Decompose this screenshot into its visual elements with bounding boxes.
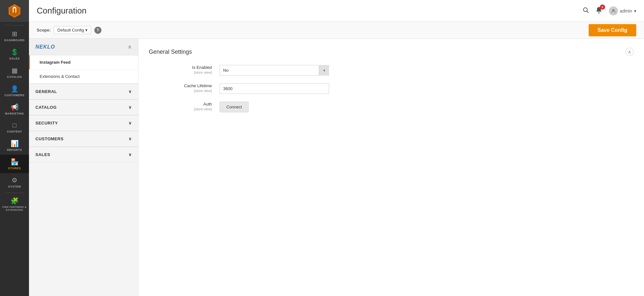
right-panel: General Settings ∧ Is Enabled [store vie…: [138, 39, 644, 296]
user-label: admin: [620, 8, 632, 14]
scope-chevron-icon: ▾: [85, 28, 88, 32]
nav-section-label: SECURITY: [35, 121, 58, 125]
find-partners-icon: 🧩: [11, 197, 19, 205]
collapse-section-button[interactable]: ∧: [625, 48, 634, 56]
nav-section-header-sales[interactable]: SALES ∨: [29, 147, 138, 162]
page-title: Configuration: [37, 6, 87, 16]
sidebar: ⊞ DASHBOARD 💲 SALES ▦ CATALOG 👤 CUSTOMER…: [0, 0, 29, 296]
nav-section-security: SECURITY ∨: [29, 115, 138, 131]
nav-sub-item-label: Extensions & Contact: [40, 74, 80, 79]
scope-value: Default Config: [57, 28, 84, 32]
neklo-logo: NEKLO: [35, 44, 55, 50]
nav-sub-item-label: Instagram Feed: [40, 60, 71, 65]
sidebar-item-label: DASHBOARD: [5, 39, 25, 42]
nav-section-header-customers[interactable]: CUSTOMERS ∨: [29, 131, 138, 147]
search-button[interactable]: [582, 7, 589, 15]
cache-lifetime-sublabel: [store view]: [149, 89, 212, 93]
auth-label: Auth: [149, 102, 212, 106]
is-enabled-select[interactable]: No Yes: [220, 65, 329, 76]
cache-lifetime-label: Cache Lifetime: [149, 83, 212, 88]
sidebar-item-label: SALES: [9, 57, 20, 60]
sidebar-item-system[interactable]: ⚙ SYSTEM: [0, 173, 29, 191]
sidebar-item-dashboard[interactable]: ⊞ DASHBOARD: [0, 27, 29, 45]
save-config-button[interactable]: Save Config: [589, 24, 636, 36]
cache-lifetime-label-group: Cache Lifetime [store view]: [149, 83, 220, 93]
stores-icon: 🏪: [11, 158, 19, 166]
nav-section-sales: SALES ∨: [29, 147, 138, 162]
search-icon: [582, 7, 589, 13]
notifications-badge: 2: [600, 5, 605, 10]
chevron-down-icon: ∨: [128, 121, 132, 125]
marketing-icon: 📢: [11, 103, 19, 111]
is-enabled-sublabel: [store view]: [149, 70, 212, 74]
is-enabled-label: Is Enabled: [149, 65, 212, 70]
sidebar-item-label: MARKETING: [5, 112, 24, 115]
chevron-down-icon: ∨: [128, 89, 132, 94]
sidebar-item-find-partners[interactable]: 🧩 FIND PARTNERS & EXTENSIONS: [0, 194, 29, 214]
auth-row: Auth [store view] Connect: [149, 102, 634, 112]
customers-icon: 👤: [11, 85, 19, 93]
sidebar-item-marketing[interactable]: 📢 MARKETING: [0, 100, 29, 118]
content-icon: □: [13, 122, 16, 129]
sidebar-item-reports[interactable]: 📊 REPORTS: [0, 136, 29, 155]
header-actions: 2 admin ▾: [582, 6, 636, 15]
sidebar-item-label: FIND PARTNERS & EXTENSIONS: [1, 206, 28, 211]
scope-label: Scope:: [37, 28, 51, 32]
nav-sub-item-extensions-contact[interactable]: Extensions & Contact: [29, 69, 138, 84]
sidebar-item-label: STORES: [8, 167, 21, 170]
auth-sublabel: [store view]: [149, 107, 212, 111]
is-enabled-select-wrapper: No Yes ▾: [220, 65, 329, 76]
reports-icon: 📊: [11, 140, 19, 147]
is-enabled-label-group: Is Enabled [store view]: [149, 65, 220, 74]
sidebar-item-label: CATALOG: [7, 75, 22, 79]
connect-button[interactable]: Connect: [220, 102, 249, 112]
nav-section-header-catalog[interactable]: CATALOG ∨: [29, 100, 138, 115]
sidebar-divider-2: [5, 193, 24, 193]
user-chevron-icon: ▾: [634, 8, 636, 14]
svg-point-2: [598, 12, 600, 14]
nav-section-header-general[interactable]: GENERAL ∨: [29, 84, 138, 99]
person-icon: [611, 8, 616, 14]
nav-section-customers: CUSTOMERS ∨: [29, 131, 138, 147]
neklo-header[interactable]: NEKLO ∧: [29, 39, 138, 55]
nav-section-label: CUSTOMERS: [35, 136, 63, 141]
nav-section-label: CATALOG: [35, 105, 57, 110]
sidebar-item-label: SYSTEM: [8, 185, 21, 188]
neklo-collapse-icon: ∧: [128, 44, 132, 50]
notifications-button[interactable]: 2: [595, 6, 602, 15]
dashboard-icon: ⊞: [12, 30, 17, 38]
auth-label-group: Auth [store view]: [149, 102, 220, 111]
sidebar-item-catalog[interactable]: ▦ CATALOG: [0, 63, 29, 82]
chevron-down-icon: ∨: [128, 105, 132, 110]
cache-lifetime-row: Cache Lifetime [store view]: [149, 83, 634, 94]
chevron-down-icon: ∨: [128, 136, 132, 141]
nav-sub-item-instagram-feed[interactable]: Instagram Feed: [29, 55, 138, 69]
top-header: Configuration 2: [29, 0, 644, 22]
sidebar-item-customers[interactable]: 👤 CUSTOMERS: [0, 82, 29, 100]
scope-bar: Scope: Default Config ▾ ? Save Config: [29, 22, 644, 39]
is-enabled-control: No Yes ▾: [220, 65, 634, 76]
sidebar-item-label: REPORTS: [7, 148, 22, 152]
sidebar-item-stores[interactable]: 🏪 STORES: [0, 155, 29, 173]
user-menu-button[interactable]: admin ▾: [609, 6, 636, 15]
help-icon[interactable]: ?: [94, 27, 101, 34]
system-icon: ⚙: [12, 176, 17, 184]
sidebar-logo: [0, 0, 29, 22]
settings-section-title: General Settings: [149, 49, 192, 55]
sidebar-item-sales[interactable]: 💲 SALES: [0, 45, 29, 63]
user-avatar: [609, 6, 618, 15]
chevron-down-icon: ∨: [128, 152, 132, 157]
sidebar-item-content[interactable]: □ CONTENT: [0, 118, 29, 136]
nav-section-general: GENERAL ∨: [29, 84, 138, 99]
nav-section-label: GENERAL: [35, 89, 57, 94]
settings-section-header: General Settings ∧: [149, 48, 634, 56]
collapse-icon: ∧: [628, 49, 631, 54]
nav-section-header-security[interactable]: SECURITY ∨: [29, 116, 138, 131]
cache-lifetime-input[interactable]: [220, 83, 329, 94]
scope-select[interactable]: Default Config ▾: [54, 26, 91, 34]
nav-section-catalog: CATALOG ∨: [29, 99, 138, 115]
sidebar-item-label: CONTENT: [7, 130, 22, 133]
svg-line-1: [587, 11, 588, 13]
sidebar-divider: [5, 25, 24, 25]
neklo-section: NEKLO ∧ Instagram Feed Extensions & Cont…: [29, 39, 138, 84]
